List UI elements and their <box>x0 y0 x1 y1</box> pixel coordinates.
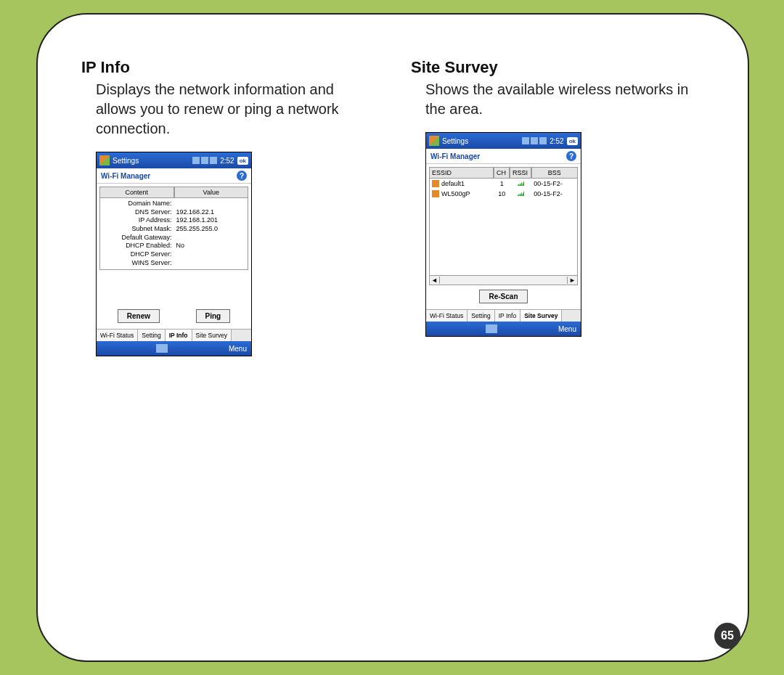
bottombar: Menu <box>426 322 581 336</box>
col-essid: ESSID <box>429 167 494 179</box>
ok-button[interactable]: ok <box>237 157 248 165</box>
kv-row: Subnet Mask:255.255.255.0 <box>103 225 245 234</box>
tab-ip-info[interactable]: IP Info <box>495 310 520 322</box>
col-rssi: RSSI <box>510 167 531 179</box>
subheader-title: Wi-Fi Manager <box>101 172 150 180</box>
keyboard-icon[interactable] <box>156 344 168 353</box>
tab-setting[interactable]: Setting <box>138 330 165 341</box>
two-column-layout: IP Info Displays the network information… <box>81 58 704 356</box>
button-row: Renew Ping <box>99 305 248 326</box>
subheader: Wi-Fi Manager ? <box>97 168 251 184</box>
network-icon <box>432 190 439 197</box>
manual-page: IP Info Displays the network information… <box>36 13 749 662</box>
kv-body: Domain Name: DNS Server:192.168.22.1 IP … <box>99 198 248 270</box>
windows-mobile-icon <box>429 136 439 146</box>
ip-info-description: Displays the network information and all… <box>81 80 375 139</box>
subheader: Wi-Fi Manager ? <box>426 149 581 164</box>
site-survey-heading: Site Survey <box>411 58 704 77</box>
site-survey-screenshot: Settings 2:52 ok Wi-Fi Manager ? ESSID C… <box>425 132 581 337</box>
ss-body: default1 1 00-15-F2- WL500gP 10 00-15-F2… <box>429 179 578 276</box>
tab-ip-info[interactable]: IP Info <box>166 330 192 341</box>
kv-row: DNS Server:192.168.22.1 <box>103 208 245 217</box>
signal-icon <box>517 190 524 196</box>
screen-body: ESSID CH RSSI BSS default1 1 00-15-F2- <box>426 164 581 309</box>
tab-site-survey[interactable]: Site Survey <box>520 310 562 322</box>
tabs: Wi-Fi Status Setting IP Info Site Survey <box>426 309 581 322</box>
status-icons <box>192 157 217 164</box>
col-ch: CH <box>494 167 510 179</box>
tab-setting[interactable]: Setting <box>467 310 494 322</box>
h-scrollbar[interactable]: ◄ ► <box>429 276 578 285</box>
ping-button[interactable]: Ping <box>196 309 231 323</box>
bottombar: Menu <box>97 341 251 356</box>
site-survey-description: Shows the available wireless networks in… <box>411 80 704 119</box>
ip-info-heading: IP Info <box>81 58 375 77</box>
signal-icon <box>517 180 524 186</box>
titlebar: Settings 2:52 ok <box>97 152 251 168</box>
titlebar-time: 2:52 <box>550 137 563 145</box>
tabs: Wi-Fi Status Setting IP Info Site Survey <box>97 329 251 341</box>
ok-button[interactable]: ok <box>567 137 578 145</box>
kv-row: WINS Server: <box>103 259 245 268</box>
titlebar: Settings 2:52 ok <box>426 133 581 149</box>
kv-header: Content Value <box>99 187 248 198</box>
titlebar-label: Settings <box>442 137 468 145</box>
subheader-title: Wi-Fi Manager <box>430 152 480 160</box>
help-icon[interactable]: ? <box>237 171 247 181</box>
kv-row: DHCP Enabled:No <box>103 242 245 250</box>
kv-row: DHCP Server: <box>103 250 245 259</box>
kv-row: Default Gateway: <box>103 234 245 242</box>
kv-row: IP Address:192.168.1.201 <box>103 216 245 225</box>
kv-row: Domain Name: <box>103 200 245 208</box>
network-icon <box>432 180 439 187</box>
scroll-track[interactable] <box>440 276 567 285</box>
screen-body: Content Value Domain Name: DNS Server:19… <box>97 184 251 329</box>
status-icons <box>522 137 547 144</box>
network-row[interactable]: default1 1 00-15-F2- <box>430 179 577 189</box>
tab-wifi-status[interactable]: Wi-Fi Status <box>97 330 138 341</box>
keyboard-icon[interactable] <box>486 324 497 333</box>
renew-button[interactable]: Renew <box>118 309 160 323</box>
ss-header: ESSID CH RSSI BSS <box>429 167 578 179</box>
col-content: Content <box>99 187 174 198</box>
col-bss: BSS <box>531 167 578 179</box>
windows-mobile-icon <box>99 155 110 165</box>
titlebar-label: Settings <box>113 157 139 165</box>
menu-label[interactable]: Menu <box>558 325 576 333</box>
titlebar-time: 2:52 <box>220 157 234 165</box>
ip-info-screenshot: Settings 2:52 ok Wi-Fi Manager ? Content… <box>96 152 252 356</box>
rescan-row: Re-Scan <box>429 285 578 306</box>
rescan-button[interactable]: Re-Scan <box>479 290 527 303</box>
scroll-left-icon[interactable]: ◄ <box>430 277 440 284</box>
menu-label[interactable]: Menu <box>229 345 247 353</box>
right-column: Site Survey Shows the available wireless… <box>411 58 704 356</box>
network-row[interactable]: WL500gP 10 00-15-F2- <box>430 189 577 199</box>
col-value: Value <box>174 187 249 198</box>
scroll-right-icon[interactable]: ► <box>567 277 577 284</box>
help-icon[interactable]: ? <box>566 151 576 161</box>
page-number-badge: 65 <box>714 623 740 649</box>
left-column: IP Info Displays the network information… <box>81 58 375 356</box>
tab-site-survey[interactable]: Site Survey <box>192 330 232 341</box>
tab-wifi-status[interactable]: Wi-Fi Status <box>426 310 467 322</box>
